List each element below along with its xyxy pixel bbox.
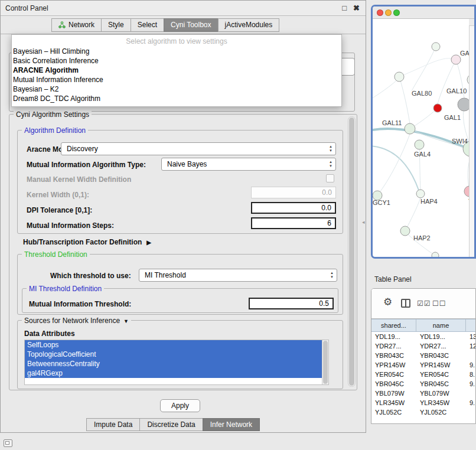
tab-network[interactable]: Network — [51, 18, 102, 32]
which-threshold-select[interactable]: MI Threshold ▲▼ — [139, 269, 337, 282]
table-row[interactable]: YER054CYER054C8. — [371, 370, 476, 379]
attributes-scrollbar[interactable] — [322, 340, 328, 384]
apply-button[interactable]: Apply — [160, 399, 200, 412]
tab-style[interactable]: Style — [101, 18, 131, 32]
table-row[interactable]: YBR043CYBR043C — [371, 351, 476, 360]
algorithm-definition-title: Algorithm Definition — [22, 126, 88, 135]
tab-select[interactable]: Select — [131, 18, 164, 32]
table-row[interactable]: YDL19...YDL19...13 — [371, 332, 476, 341]
algorithm-option[interactable]: Basic Correlation Inference — [12, 56, 341, 66]
table-row[interactable]: YBR045CYBR045C9. — [371, 379, 476, 389]
attribute-item[interactable]: TopologicalCoefficient — [25, 350, 322, 359]
threshold-definition-title: Threshold Definition — [22, 250, 90, 259]
float-window-icon[interactable]: □ — [342, 4, 347, 12]
table-row[interactable]: YBL079WYBL079W — [371, 389, 476, 398]
settings-scrollbar[interactable] — [348, 116, 356, 387]
mi-threshold-input[interactable]: 0.5 — [249, 298, 334, 309]
data-attributes-list[interactable]: SelfLoopsTopologicalCoefficientBetweenne… — [24, 340, 329, 385]
algorithm-option[interactable]: Bayesian – K2 — [12, 84, 341, 94]
node-label: SWI4 — [452, 138, 468, 145]
manual-kernel-label: Manual Kernel Width Definition — [27, 175, 131, 184]
hub-section-toggle[interactable]: Hub/Transcription Factor Definition▶ — [23, 238, 151, 246]
network-edge[interactable] — [412, 47, 436, 91]
algorithm-option[interactable]: Dream8 DC_TDC Algorithm — [12, 94, 341, 103]
collapse-down-icon[interactable]: ▼ — [123, 318, 129, 324]
network-edge[interactable] — [438, 60, 456, 104]
which-threshold-value: MI Threshold — [145, 271, 186, 279]
network-scrollbar-button[interactable] — [469, 19, 474, 26]
network-node[interactable] — [432, 43, 440, 51]
network-edge[interactable] — [373, 146, 419, 190]
network-edge[interactable] — [373, 78, 399, 102]
table-toolbar: ⚙ ☑☑ ☐☐ — [371, 289, 475, 319]
algorithm-option[interactable]: Mutual Information Inference — [12, 75, 341, 84]
deselect-all-checkboxes-icon[interactable]: ☐☐ — [432, 299, 446, 308]
tab-jactivemodules[interactable]: jActiveModules — [218, 18, 280, 32]
table-cell: YBL079W — [371, 389, 416, 398]
table-cell: YLR345W — [416, 398, 466, 407]
table-column-header[interactable] — [466, 319, 476, 331]
attribute-item[interactable]: gal4RGexp — [25, 369, 322, 378]
table-column-header[interactable]: name — [416, 319, 466, 331]
mi-type-select[interactable]: Naive Bayes ▲▼ — [161, 158, 336, 171]
table-cell: YDR27... — [416, 341, 466, 351]
traffic-minimize-button[interactable] — [385, 9, 392, 16]
network-edge[interactable] — [399, 58, 456, 77]
control-panel-window: Control Panel □ ✖ NetworkStyleSelectCyni… — [0, 0, 366, 433]
traffic-close-button[interactable] — [377, 9, 383, 16]
table-row[interactable]: YLR345WYLR345W9. — [371, 398, 476, 407]
table-row[interactable]: YJL052CYJL052C — [371, 407, 476, 417]
sources-group-title[interactable]: Sources for Network Inference▼ — [22, 317, 131, 325]
attribute-item[interactable]: BetweennessCentrality — [25, 359, 322, 369]
select-all-checkboxes-icon[interactable]: ☑☑ — [417, 299, 431, 308]
bottom-tab-impute-data[interactable]: Impute Data — [86, 418, 140, 431]
table-row[interactable]: YPR145WYPR145W9. — [371, 360, 476, 370]
network-edge[interactable] — [414, 108, 438, 126]
mi-steps-input[interactable]: 6 — [251, 217, 336, 229]
tab-label: Network — [69, 19, 94, 31]
network-node[interactable] — [432, 252, 439, 257]
gear-icon[interactable]: ⚙ — [383, 296, 392, 308]
table-header-row: shared...name — [371, 319, 476, 332]
traffic-zoom-button[interactable] — [393, 9, 400, 16]
attributes-scrollbar-thumb[interactable] — [323, 341, 328, 384]
network-node[interactable] — [405, 123, 415, 134]
network-window-titlebar[interactable] — [373, 6, 474, 19]
kernel-width-input[interactable]: 0.0 — [251, 187, 336, 198]
control-panel-titlebar[interactable]: Control Panel □ ✖ — [1, 1, 366, 16]
network-scrollbar[interactable] — [469, 19, 474, 257]
network-edge[interactable] — [399, 77, 410, 123]
settings-scrollbar-thumb[interactable] — [349, 118, 354, 386]
network-node[interactable] — [395, 72, 404, 81]
network-edge[interactable] — [405, 198, 420, 231]
expand-right-icon[interactable]: ▶ — [146, 239, 151, 246]
panel-dock-icon[interactable] — [4, 439, 12, 447]
table-panel-window: ⚙ ☑☑ ☐☐ shared...name YDL19...YDL19...13… — [371, 288, 476, 424]
tab-label: Cyni Toolbox — [171, 19, 211, 31]
algorithm-option[interactable]: ARACNE Algorithm — [12, 66, 341, 75]
network-node[interactable] — [416, 190, 425, 198]
table-cell: YPR145W — [371, 360, 416, 370]
network-node[interactable] — [433, 104, 442, 112]
columns-icon[interactable] — [401, 299, 410, 308]
network-canvas[interactable]: GAL8GAL80GAL10GAL11GAL1SWI4GAL4GCY1HAP4Y… — [373, 19, 474, 257]
aracne-mode-select[interactable]: Discovery ▲▼ — [61, 142, 336, 155]
network-node[interactable] — [451, 55, 461, 64]
bottom-tab-infer-network[interactable]: Infer Network — [203, 418, 260, 431]
table-column-header[interactable]: shared... — [371, 319, 416, 331]
panel-splitter-handle[interactable]: ◂ — [362, 218, 368, 227]
attribute-item[interactable]: SelfLoops — [25, 340, 322, 350]
table-row[interactable]: YDR27...YDR27...12 — [371, 341, 476, 351]
manual-kernel-checkbox[interactable] — [326, 174, 334, 182]
bottom-tab-discretize-data[interactable]: Discretize Data — [139, 418, 203, 431]
dpi-tolerance-input[interactable]: 0.0 — [251, 202, 336, 214]
node-label: GAL80 — [412, 90, 432, 97]
table-cell: YJL052C — [416, 407, 466, 417]
network-node[interactable] — [400, 226, 410, 236]
algorithm-option[interactable]: Bayesian – Hill Climbing — [12, 47, 341, 56]
table-cell — [466, 407, 476, 417]
combo-up-icon: ▲ — [329, 145, 332, 149]
tab-cyni-toolbox[interactable]: Cyni Toolbox — [164, 18, 218, 32]
close-icon[interactable]: ✖ — [353, 4, 360, 12]
network-node[interactable] — [415, 140, 424, 149]
